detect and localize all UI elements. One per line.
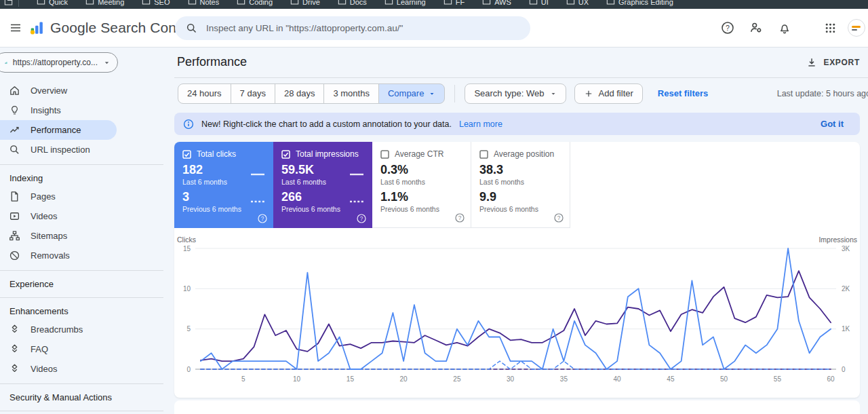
notifications-button[interactable] [774,17,795,39]
bookmark-folder-ux[interactable]: UX [566,0,589,6]
insights-icon [9,105,20,116]
chart-container: 05101501K2K3K51015202530354045505560Clic… [174,228,860,392]
metric-label: Average position [494,149,554,159]
sidebar-item-label: Breadcrumbs [31,324,83,335]
folder-icon [4,0,13,7]
bookmark-label: SEO [154,0,170,6]
compare-button[interactable]: Compare [378,83,445,104]
bookmark-label: Coding [249,0,273,6]
url-inspect-search[interactable] [175,16,530,40]
bookmark-folder-learning[interactable]: Learning [384,0,426,6]
sidebar-section-security-manual-actions[interactable]: Security & Manual Actions [0,389,174,406]
sidebar-item-label: Performance [31,125,81,135]
property-selector[interactable]: https://attoproperty.co... [0,52,118,73]
sidebar-item-label: Videos [31,364,58,374]
metric-card-total-clicks[interactable]: Total clicks182Last 6 months3Previous 6 … [174,142,273,228]
metric-help-icon[interactable]: ? [357,214,366,223]
account-settings-button[interactable] [745,17,767,39]
sidebar-section-experience[interactable]: Experience [0,276,174,293]
metric-cards-row: Total clicks182Last 6 months3Previous 6 … [174,142,860,228]
main-content: Performance EXPORT 24 hours7 days28 days… [174,48,868,414]
sidebar-item-faq[interactable]: FAQ [0,339,117,359]
metric-help-icon[interactable]: ? [554,213,564,223]
property-icon [5,58,7,68]
bookmark-folder-drive[interactable]: Drive [290,0,320,6]
metric-help-icon[interactable]: ? [258,214,267,223]
sidebar-item-pages[interactable]: Pages [0,187,117,206]
sidebar-item-removals[interactable]: Removals [0,246,117,265]
metric-current-period: Last 6 months [479,178,524,186]
account-avatar[interactable] [848,19,865,37]
svg-text:50: 50 [720,375,728,383]
sidebar-divider [0,383,163,384]
svg-text:15: 15 [347,375,355,383]
learn-more-link[interactable]: Learn more [459,119,502,129]
main-menu-button[interactable] [5,18,26,38]
checked-checkbox-icon[interactable] [281,150,290,159]
add-filter-button[interactable]: Add filter [574,83,643,104]
unchecked-checkbox-icon[interactable] [380,150,389,159]
export-label: EXPORT [823,58,860,67]
checked-checkbox-icon[interactable] [182,150,191,159]
bookmark-folder-notes[interactable]: Notes [188,0,220,6]
metric-card-average-position[interactable]: Average position38.3Last 6 months9.9Prev… [471,142,570,228]
date-range-7-days[interactable]: 7 days [231,83,275,104]
date-range-3-months[interactable]: 3 months [323,83,378,104]
metric-card-average-ctr[interactable]: Average CTR0.3%Last 6 months1.1%Previous… [372,142,471,228]
date-range-segmented-control: 24 hours7 days28 days3 months Compare [178,83,445,104]
google-apps-button[interactable] [820,18,841,39]
date-range-24-hours[interactable]: 24 hours [178,83,231,104]
svg-text:5: 5 [186,325,191,333]
date-range-28-days[interactable]: 28 days [275,83,325,104]
enhancement-icon [9,324,20,335]
url-inspect-input[interactable] [205,22,519,34]
bookmark-folder-graphics-editing[interactable]: Graphics Editing [606,0,673,6]
sidebar-item-videos[interactable]: Videos [0,359,117,379]
metric-card-total-impressions[interactable]: Total impressions59.5KLast 6 months266Pr… [273,142,372,228]
series-0-line [201,248,831,369]
metric-current-value: 59.5K [281,163,326,177]
bookmark-folder-meeting[interactable]: Meeting [85,0,124,6]
help-button[interactable]: ? [717,17,738,39]
bookmark-label: Learning [397,0,426,6]
sidebar-item-overview[interactable]: Overview [0,81,117,100]
sitemap-icon [9,230,20,242]
bookmark-folder-coding[interactable]: Coding [237,0,273,6]
export-button[interactable]: EXPORT [802,56,864,69]
sidebar-section-enhancements[interactable]: Enhancements [0,303,174,320]
bookmark-folder-ui[interactable]: UI [529,0,549,6]
metric-help-icon[interactable]: ? [455,213,465,223]
bookmark-folder-ff[interactable]: FF [443,0,465,6]
reset-filters-link[interactable]: Reset filters [654,88,712,99]
unchecked-checkbox-icon[interactable] [479,150,488,159]
sidebar-item-url-inspection[interactable]: URL inspection [0,140,117,159]
bookmark-label: Graphics Editing [618,0,673,6]
folder-icon [290,0,299,6]
metric-current-period: Last 6 months [182,178,227,186]
sidebar-item-breadcrumbs[interactable]: Breadcrumbs [0,320,117,339]
bookmark-folder-docs[interactable]: Docs [338,0,367,6]
sidebar-item-videos[interactable]: Videos [0,206,117,226]
metric-current-period: Last 6 months [281,178,326,186]
sidebar-item-insights[interactable]: Insights [0,100,117,120]
sidebar-item-performance[interactable]: Performance [0,120,117,140]
sidebar-nav: OverviewInsightsPerformanceURL inspectio… [0,81,174,411]
inspect-icon [9,144,20,155]
search-type-filter[interactable]: Search type: Web [465,83,566,104]
sidebar-item-sitemaps[interactable]: Sitemaps [0,226,117,246]
metric-current-value: 38.3 [479,163,524,177]
got-it-button[interactable]: Got it [816,118,848,130]
bookmark-folder-quick[interactable]: Quick [37,0,68,6]
plus-icon [584,89,593,98]
performance-chart[interactable]: 05101501K2K3K51015202530354045505560Clic… [174,236,860,390]
sidebar-item-label: FAQ [31,344,48,354]
folder-icon [237,0,245,6]
metric-previous-value: 3 [182,190,241,204]
inspect-icon [9,144,20,155]
sidebar-section-indexing[interactable]: Indexing [0,170,174,187]
next-panel-top [174,400,860,414]
dashed-line-indicator [349,200,364,204]
svg-text:2K: 2K [842,285,850,293]
bookmark-folder-aws[interactable]: AWS [482,0,511,6]
bookmark-folder-seo[interactable]: SEO [142,0,170,6]
